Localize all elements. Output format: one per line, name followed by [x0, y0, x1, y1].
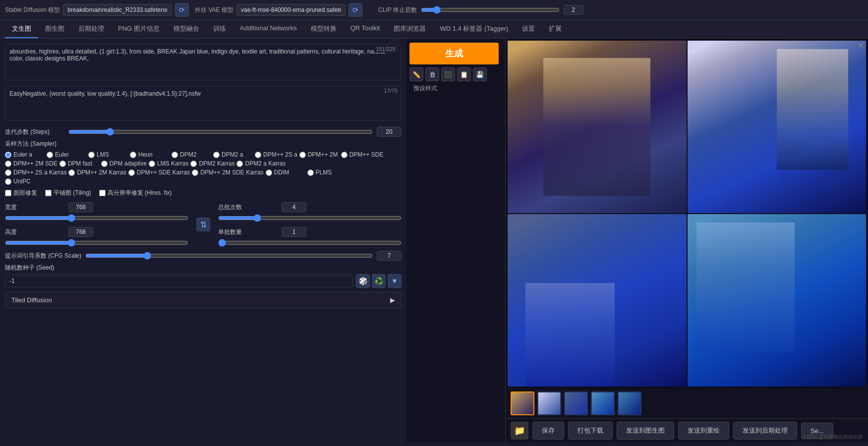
sampler-dpmadaptive[interactable]: DPM adaptive: [101, 160, 147, 167]
swap-section: ⇅: [196, 202, 210, 247]
sampler-dpmpp2m[interactable]: DPM++ 2M: [299, 151, 339, 158]
generate-btn[interactable]: 生成: [409, 43, 499, 64]
sampler-dpm2a[interactable]: DPM2 a: [213, 151, 253, 158]
width-value: 768: [68, 202, 93, 212]
open-folder-btn[interactable]: 📁: [511, 422, 528, 440]
cfg-slider[interactable]: [85, 252, 373, 260]
interrupt-btn[interactable]: ⬛: [441, 67, 455, 81]
tab-merge[interactable]: 模型融合: [167, 20, 206, 38]
tab-train[interactable]: 训练: [206, 20, 233, 38]
vae-model-select[interactable]: vae-ft-mse-840000-ema-pruned.safetensors: [236, 4, 346, 16]
image-cell-1[interactable]: [508, 41, 687, 213]
sampler-dpmpp2mkarras[interactable]: DPM++ 2M Karras: [68, 169, 126, 176]
copy-btn[interactable]: 📋: [457, 67, 471, 81]
save-style-btn[interactable]: 💾: [473, 67, 487, 81]
swap-dimensions-btn[interactable]: ⇅: [196, 218, 210, 231]
image-grid: [506, 39, 868, 389]
sampler-dpm2akarras[interactable]: DPM2 a Karras: [236, 160, 286, 167]
sampler-row-2: DPM++ 2M SDE DPM fast DPM adaptive LMS K…: [5, 160, 402, 167]
sampler-dpmpp2sa[interactable]: DPM++ 2S a: [255, 151, 297, 158]
tab-additional-networks[interactable]: Additional Networks: [233, 20, 304, 38]
height-value: 768: [68, 227, 93, 237]
steps-row: 迭代步数 (Steps) 20: [5, 127, 402, 137]
negative-prompt-area: 17/75 EasyNegative, (worst quality, low …: [5, 86, 402, 122]
tiling-check[interactable]: 平铺图 (Tiling): [45, 189, 91, 197]
tab-qr-toolkit[interactable]: QR Toolkit: [344, 20, 387, 38]
tab-extensions[interactable]: 扩展: [542, 20, 569, 38]
cfg-label: 提示词引导系数 (CFG Scale): [5, 252, 81, 260]
sampler-dpmppsdekarras[interactable]: DPM++ SDE Karras: [128, 169, 190, 176]
sampler-ddim[interactable]: DDIM: [266, 169, 305, 176]
top-bar: Stable Diffusion 模型 breakdomainrealistic…: [0, 0, 868, 20]
height-slider[interactable]: [5, 239, 188, 247]
clip-section: CLIP 终止层数 2: [378, 5, 583, 15]
steps-slider[interactable]: [68, 128, 373, 136]
batch-section: 总批次数 4 单批数量 1: [218, 202, 402, 247]
tab-postprocess[interactable]: 后期处理: [71, 20, 111, 38]
batch-count-slider[interactable]: [218, 214, 402, 222]
seed-extra-btn[interactable]: ▼: [388, 274, 402, 288]
tab-img2img[interactable]: 图生图: [38, 20, 71, 38]
sampler-dpm2karras[interactable]: DPM2 Karras: [190, 160, 234, 167]
tab-model-convert[interactable]: 模型转换: [304, 20, 344, 38]
clip-slider[interactable]: [421, 6, 560, 14]
send-to-postprocess-btn[interactable]: 发送到后期处理: [733, 422, 797, 440]
tab-model-browser[interactable]: 图库浏览器: [387, 20, 433, 38]
batch-size-slider[interactable]: [218, 239, 402, 247]
thumb-2[interactable]: [537, 391, 561, 415]
send-to-inpaint-btn[interactable]: 发送到重绘: [678, 422, 729, 440]
tab-png-info[interactable]: PNG 图片信息: [111, 20, 167, 38]
thumb-3[interactable]: [564, 391, 588, 415]
sampler-dpmppsde[interactable]: DPM++ SDE: [341, 151, 384, 158]
sampler-dpmpp2msde[interactable]: DPM++ 2M SDE: [5, 160, 58, 167]
face-restore-check[interactable]: 面部修复: [5, 189, 37, 197]
sampler-euler-a[interactable]: Euler a: [5, 151, 45, 158]
nav-tabs: 文生图 图生图 后期处理 PNG 图片信息 模型融合 训练 Additional…: [0, 20, 868, 39]
zip-download-btn[interactable]: 打包下载: [568, 422, 613, 440]
image-cell-3[interactable]: [508, 214, 687, 387]
tab-tagger[interactable]: WD 1.4 标签器 (Tagger): [433, 20, 515, 38]
sampler-euler[interactable]: Euler: [47, 151, 86, 158]
quick-action-btns: ✏️ 🗑 ⬛ 📋 💾: [409, 67, 502, 81]
sampler-dpmpp2msdekarras[interactable]: DPM++ 2M SDE Karras: [192, 169, 263, 176]
tiled-diffusion-row[interactable]: Tiled Diffusion ▶: [5, 292, 402, 308]
sd-model-refresh-btn[interactable]: ⟳: [175, 3, 189, 17]
vae-model-refresh-btn[interactable]: ⟳: [348, 3, 362, 17]
sampler-dpmpp2sakarras[interactable]: DPM++ 2S a Karras: [5, 169, 66, 176]
sampler-row-1: Euler a Euler LMS Heun DPM2 DPM2 a DPM++…: [5, 151, 402, 158]
height-label: 高度: [5, 228, 64, 236]
preset-label: 预设样式: [413, 84, 502, 93]
positive-prompt-input[interactable]: absurdres, highres, ultra detailed, (1 g…: [5, 44, 402, 80]
save-btn[interactable]: 保存: [532, 422, 564, 440]
thumb-1[interactable]: [511, 391, 534, 415]
thumb-4[interactable]: [591, 391, 615, 415]
tab-txt2img[interactable]: 文生图: [5, 20, 38, 38]
sampler-unipc[interactable]: UniPC: [5, 178, 45, 185]
sampler-heun[interactable]: Heun: [130, 151, 170, 158]
tab-settings[interactable]: 设置: [515, 20, 542, 38]
send-to-img2img-btn[interactable]: 发送到图生图: [617, 422, 674, 440]
sampler-lms[interactable]: LMS: [88, 151, 128, 158]
vae-model-section: 外挂 VAE 模型 vae-ft-mse-840000-ema-pruned.s…: [195, 3, 362, 17]
width-slider[interactable]: [5, 214, 188, 222]
image-cell-2[interactable]: [688, 41, 867, 213]
negative-prompt-input[interactable]: EasyNegative, (worst quality, low qualit…: [5, 86, 402, 120]
thumb-5[interactable]: [618, 391, 641, 415]
sampler-lmskarras[interactable]: LMS Karras: [149, 160, 188, 167]
image-cell-4[interactable]: [688, 214, 867, 387]
sampler-dpm2[interactable]: DPM2: [172, 151, 211, 158]
batch-size-value: 1: [282, 227, 306, 237]
close-btn[interactable]: ✕: [858, 41, 864, 50]
batch-size-label: 单批数量: [218, 228, 278, 236]
seed-input[interactable]: [5, 275, 353, 287]
clip-label: CLIP 终止层数: [378, 6, 417, 14]
sampler-dpmfast[interactable]: DPM fast: [59, 160, 99, 167]
seed-random-btn[interactable]: 🎲: [356, 274, 370, 288]
hires-fix-check[interactable]: 高分辨率修复 (Hires. fix): [99, 189, 172, 197]
delete-style-btn[interactable]: 🗑: [425, 67, 439, 81]
sd-model-select[interactable]: breakdomainrealistic_R2333.safetensors […: [63, 4, 172, 16]
sampler-row-4: UniPC: [5, 178, 402, 185]
seed-recycle-btn[interactable]: ♻️: [372, 274, 386, 288]
edit-style-btn[interactable]: ✏️: [409, 67, 423, 81]
sampler-plms[interactable]: PLMS: [307, 169, 347, 176]
